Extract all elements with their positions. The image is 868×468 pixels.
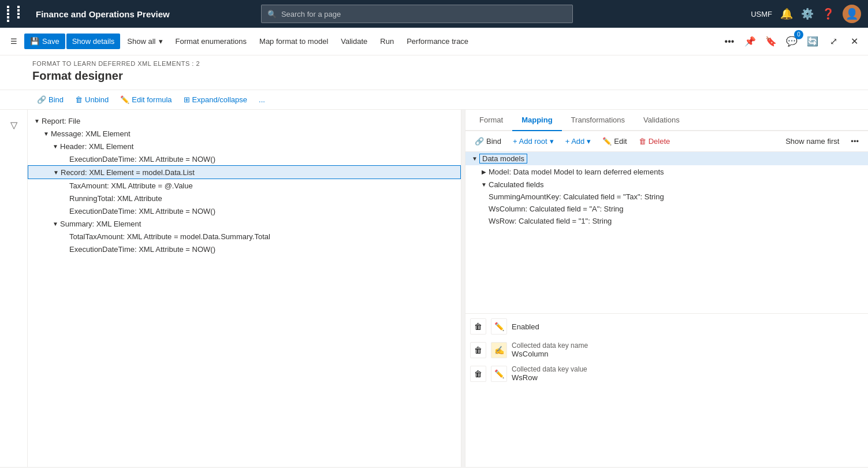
- model-item-label: WsRow: Calculated field = "1": String: [489, 217, 612, 225]
- model-tree: ▼Data models▶Model: Data model Model to …: [465, 152, 868, 314]
- tree-item[interactable]: ▼Header: XML Element: [28, 140, 461, 153]
- tree-item[interactable]: ExecutionDateTime: XML Attribute = NOW(): [28, 153, 461, 165]
- expand-icon: ⤢: [830, 36, 837, 47]
- hamburger-icon: ☰: [10, 37, 17, 46]
- notification-icon[interactable]: 🔔: [780, 8, 793, 20]
- toolbar-bookmark-button[interactable]: 🔖: [762, 32, 780, 51]
- key-name-edit-button[interactable]: ✍️: [491, 342, 507, 358]
- model-toggle-icon[interactable]: ▶: [479, 167, 489, 176]
- show-details-button[interactable]: Show details: [66, 34, 121, 49]
- tab-transformations[interactable]: Transformations: [562, 110, 634, 131]
- map-format-to-model-button[interactable]: Map format to model: [254, 34, 334, 49]
- tree-item-label: TaxAmount: XML Attribute = @.Value: [69, 181, 193, 190]
- tree-item-label: Report: File: [42, 117, 80, 125]
- link-icon: 🔗: [37, 95, 46, 104]
- tree-item[interactable]: ▼Record: XML Element = model.Data.List: [28, 165, 461, 179]
- show-name-first-button[interactable]: Show name first: [781, 135, 844, 148]
- page-header: FORMAT TO LEARN DEFERRED XML ELEMENTS : …: [0, 55, 868, 90]
- toolbar-refresh-button[interactable]: 🔄: [803, 32, 822, 51]
- tree-toggle-icon[interactable]: [60, 154, 69, 164]
- tree-item-label: Record: XML Element = model.Data.List: [61, 168, 195, 177]
- sub-more-button[interactable]: ...: [254, 92, 270, 107]
- mapping-bind-button[interactable]: 🔗 Bind: [470, 135, 506, 148]
- model-item[interactable]: WsColumn: Calculated field = "A": String: [465, 203, 868, 215]
- show-all-button[interactable]: Show all ▾: [121, 34, 168, 49]
- tree-toggle-icon[interactable]: ▼: [51, 142, 60, 151]
- top-nav-bar: Finance and Operations Preview 🔍 Search …: [0, 0, 868, 28]
- tree-item[interactable]: ▼Summary: XML Element: [28, 217, 461, 230]
- tree-item[interactable]: TotalTaxAmount: XML Attribute = model.Da…: [28, 230, 461, 243]
- enabled-edit-button[interactable]: ✏️: [491, 318, 507, 335]
- tree-item[interactable]: ExecutionDateTime: XML Attribute = NOW(): [28, 205, 461, 217]
- mapping-toolbar: 🔗 Bind + Add root ▾ + Add ▾ ✏️ Edit 🗑 De…: [465, 131, 868, 152]
- tree-toggle-icon[interactable]: [60, 206, 69, 216]
- tree-item[interactable]: TaxAmount: XML Attribute = @.Value: [28, 179, 461, 192]
- performance-trace-button[interactable]: Performance trace: [401, 34, 474, 49]
- key-name-delete-button[interactable]: 🗑: [470, 342, 486, 358]
- toolbar-expand-button[interactable]: ⤢: [824, 32, 843, 51]
- add-button[interactable]: + Add ▾: [561, 135, 596, 148]
- panel-divider[interactable]: [461, 110, 465, 467]
- settings-icon[interactable]: ⚙️: [801, 8, 814, 20]
- tab-format[interactable]: Format: [470, 110, 512, 131]
- tree-item[interactable]: ▼Message: XML Element: [28, 127, 461, 140]
- app-launcher-icon[interactable]: [7, 6, 27, 22]
- save-button[interactable]: 💾 Save: [24, 34, 65, 49]
- tree-item-label: Header: XML Element: [60, 142, 133, 151]
- user-avatar[interactable]: 👤: [843, 5, 861, 23]
- mapping-more-button[interactable]: •••: [846, 135, 863, 148]
- format-enumerations-button[interactable]: Format enumerations: [170, 34, 253, 49]
- delete-icon: 🗑: [639, 137, 646, 146]
- model-item[interactable]: ▼Calculated fields: [465, 178, 868, 191]
- tree-item-label: Summary: XML Element: [60, 220, 141, 228]
- model-header-toggle[interactable]: ▼: [470, 154, 479, 164]
- key-value-value: WsRow: [512, 373, 587, 382]
- left-sidebar: ▽: [0, 110, 28, 467]
- tab-validations[interactable]: Validations: [634, 110, 689, 131]
- model-item[interactable]: WsRow: Calculated field = "1": String: [465, 215, 868, 227]
- edit-button[interactable]: ✏️ Edit: [598, 135, 631, 148]
- key-name-prop-row: 🗑 ✍️ Collected data key name WsColumn: [470, 341, 863, 358]
- tree-toggle-icon[interactable]: [60, 194, 69, 203]
- filter-icon[interactable]: ▽: [3, 114, 24, 135]
- add-root-button[interactable]: + Add root ▾: [508, 135, 558, 148]
- toolbar-close-button[interactable]: ✕: [845, 32, 863, 51]
- enabled-delete-button[interactable]: 🗑: [470, 318, 486, 335]
- model-item[interactable]: SummingAmountKey: Calculated field = "Ta…: [465, 191, 868, 203]
- bind-button[interactable]: 🔗 Bind: [32, 92, 68, 107]
- tree-item-label: ExecutionDateTime: XML Attribute = NOW(): [69, 155, 215, 164]
- help-icon[interactable]: ❓: [822, 8, 835, 20]
- tree-toggle-icon[interactable]: ▼: [42, 129, 51, 138]
- model-toggle-icon[interactable]: ▼: [479, 180, 489, 189]
- edit-formula-button[interactable]: ✏️ Edit formula: [116, 92, 176, 107]
- key-value-delete-button[interactable]: 🗑: [470, 366, 486, 382]
- validate-button[interactable]: Validate: [335, 34, 373, 49]
- bookmark-icon: 🔖: [765, 36, 777, 47]
- hamburger-menu-button[interactable]: ☰: [5, 34, 23, 49]
- tree-toggle-icon[interactable]: ▼: [51, 219, 60, 228]
- tree-item[interactable]: ▼Report: File: [28, 114, 461, 127]
- model-item-label: Calculated fields: [489, 180, 543, 189]
- key-name-label: Collected data key name: [512, 341, 588, 350]
- model-item[interactable]: ▶Model: Data model Model to learn deferr…: [465, 165, 868, 178]
- tree-toggle-icon[interactable]: [60, 181, 69, 190]
- expand-collapse-button[interactable]: ⊞ Expand/collapse: [179, 92, 252, 107]
- tree-toggle-icon[interactable]: [60, 232, 69, 241]
- tab-mapping[interactable]: Mapping: [512, 110, 561, 131]
- delete-button[interactable]: 🗑 Delete: [634, 135, 675, 148]
- app-title: Finance and Operations Preview: [36, 9, 170, 19]
- tree-item[interactable]: RunningTotal: XML Attribute: [28, 192, 461, 205]
- tree-toggle-icon[interactable]: ▼: [51, 168, 61, 177]
- toolbar-more-button[interactable]: •••: [720, 32, 739, 51]
- tree-item[interactable]: ExecutionDateTime: XML Attribute = NOW(): [28, 243, 461, 255]
- search-placeholder: Search for a page: [281, 10, 341, 18]
- enabled-value: Enabled: [512, 322, 539, 331]
- tree-toggle-icon[interactable]: ▼: [32, 116, 42, 125]
- toolbar-pin-button[interactable]: 📌: [741, 32, 759, 51]
- global-search[interactable]: 🔍 Search for a page: [261, 5, 573, 23]
- tree-toggle-icon[interactable]: [60, 244, 69, 254]
- key-value-edit-button[interactable]: ✏️: [491, 366, 507, 382]
- run-button[interactable]: Run: [374, 34, 400, 49]
- unbind-button[interactable]: 🗑 Unbind: [70, 92, 113, 107]
- model-item[interactable]: ▼Data models: [465, 152, 868, 165]
